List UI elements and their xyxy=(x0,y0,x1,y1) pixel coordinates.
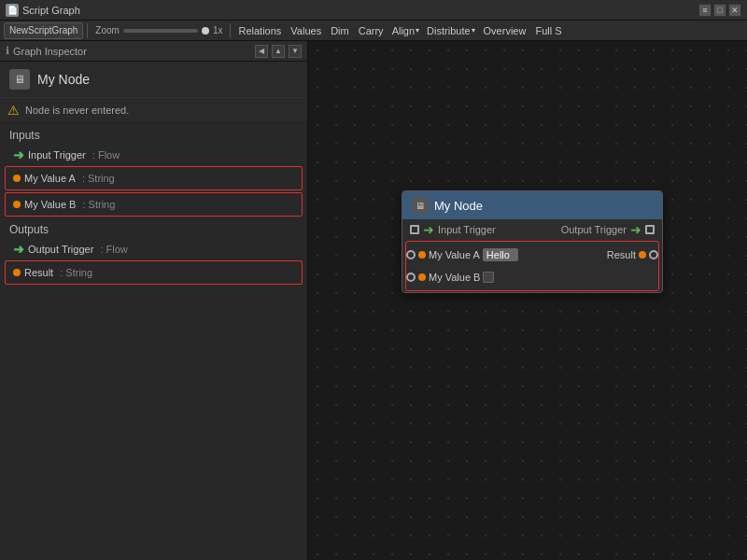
canvas-value-a-right: Result xyxy=(607,249,658,260)
canvas-value-b-checkbox[interactable] xyxy=(483,272,494,283)
output-trigger-type: : Flow xyxy=(97,244,127,255)
inputs-section-title: Inputs xyxy=(0,123,307,145)
value-b-label: My Value B xyxy=(24,199,76,210)
menu-btn[interactable]: ≡ xyxy=(698,4,712,17)
result-port-row: Result : String xyxy=(9,262,298,283)
panel-scroll-up-btn[interactable]: ▲ xyxy=(272,45,285,58)
full-screen-btn[interactable]: Full S xyxy=(531,25,565,36)
value-a-dot xyxy=(13,175,21,182)
left-panel: ℹ Graph Inspector ◀ ▲ ▼ 🖥 My Node ⚠ Node… xyxy=(0,41,308,560)
values-btn[interactable]: Values xyxy=(287,25,325,36)
canvas-value-a-row: My Value A Result xyxy=(406,244,658,266)
title-bar-controls: ≡ □ ✕ xyxy=(698,4,741,17)
canvas-value-b-label: My Value B xyxy=(429,272,480,283)
input-trigger-label: Input Trigger xyxy=(28,149,86,161)
main-area: ℹ Graph Inspector ◀ ▲ ▼ 🖥 My Node ⚠ Node… xyxy=(0,41,747,560)
canvas-value-a-input[interactable] xyxy=(483,248,518,261)
result-dot xyxy=(13,269,21,276)
align-dropdown[interactable]: Align ▾ xyxy=(389,25,422,36)
output-trigger-canvas-label: Output Trigger xyxy=(561,224,627,235)
value-b-type: : String xyxy=(79,199,115,210)
canvas-node-name: My Node xyxy=(434,199,483,213)
close-btn[interactable]: ✕ xyxy=(728,4,741,17)
output-trigger-arrow: ➜ xyxy=(13,242,24,257)
input-trigger-type: : Flow xyxy=(90,149,120,161)
maximize-btn[interactable]: □ xyxy=(713,4,726,17)
input-trigger-connector[interactable] xyxy=(410,225,419,234)
output-trigger-label: Output Trigger xyxy=(28,244,93,255)
my-value-b-row: My Value B : String xyxy=(6,193,302,216)
overview-btn[interactable]: Overview xyxy=(480,25,530,36)
canvas-value-b-dot xyxy=(418,273,426,281)
canvas-result-right-connector[interactable] xyxy=(649,250,658,259)
canvas-ports-highlighted: My Value A Result My Value B xyxy=(406,242,658,290)
distribute-chevron: ▾ xyxy=(472,26,475,35)
outputs-section-title: Outputs xyxy=(0,217,307,239)
canvas-node: 🖥 My Node ➜ Input Trigger Output Trigger… xyxy=(402,190,663,293)
input-trigger-row: ➜ Input Trigger : Flow xyxy=(0,145,307,165)
relations-btn[interactable]: Relations xyxy=(234,25,285,36)
output-trigger-flow-arrow: ➜ xyxy=(630,222,641,237)
canvas-value-a-label: My Value A xyxy=(429,249,480,260)
result-row: Result : String xyxy=(6,261,302,284)
output-trigger-row: ➜ Output Trigger : Flow xyxy=(0,239,307,259)
output-trigger-right: Output Trigger ➜ xyxy=(561,222,655,237)
canvas-panel: 🖥 My Node ➜ Input Trigger Output Trigger… xyxy=(308,41,747,560)
input-trigger-arrow: ➜ xyxy=(13,147,24,162)
value-a-type: : String xyxy=(79,173,115,184)
warning-text: Node is never entered. xyxy=(25,105,129,116)
info-icon: ℹ xyxy=(6,45,9,57)
zoom-dot xyxy=(202,27,209,35)
trigger-row: ➜ Input Trigger Output Trigger ➜ xyxy=(402,219,662,240)
input-trigger-canvas-label: Input Trigger xyxy=(438,224,496,235)
canvas-value-b-left: My Value B xyxy=(406,272,494,283)
panel-scroll-down-btn[interactable]: ▼ xyxy=(289,45,302,58)
canvas-value-a-dot xyxy=(418,251,426,259)
warning-icon: ⚠ xyxy=(7,103,20,118)
canvas-result-label: Result xyxy=(607,249,636,260)
toolbar-divider-1 xyxy=(87,23,88,38)
canvas-node-icon: 🖥 xyxy=(412,197,429,214)
toolbar-divider-2 xyxy=(230,23,231,38)
my-value-a-port-row: My Value A : String xyxy=(9,168,298,189)
input-trigger-flow-arrow: ➜ xyxy=(423,222,434,237)
canvas-result-dot xyxy=(639,251,646,259)
zoom-slider[interactable] xyxy=(123,29,198,33)
node-type-icon: 🖥 xyxy=(9,69,30,90)
output-trigger-connector[interactable] xyxy=(645,225,655,234)
zoom-bar: Zoom 1x xyxy=(92,25,226,35)
my-value-b-port-row: My Value B : String xyxy=(9,194,298,215)
title-bar-text: Script Graph xyxy=(22,5,695,16)
title-bar: 📄 Script Graph ≡ □ ✕ xyxy=(0,0,747,21)
canvas-node-header: 🖥 My Node xyxy=(402,191,662,219)
input-trigger-left: ➜ Input Trigger xyxy=(410,222,496,237)
distribute-dropdown[interactable]: Distribute ▾ xyxy=(424,25,477,36)
carry-btn[interactable]: Carry xyxy=(355,25,388,36)
canvas-value-a-left: My Value A xyxy=(406,248,518,261)
toolbar: NewScriptGraph Zoom 1x Relations Values … xyxy=(0,21,747,41)
script-graph-icon: 📄 xyxy=(6,4,19,17)
result-type: : String xyxy=(57,267,92,278)
my-value-a-row: My Value A : String xyxy=(6,167,302,189)
new-script-graph-btn[interactable]: NewScriptGraph xyxy=(4,22,83,39)
result-label: Result xyxy=(24,267,53,278)
warning-banner: ⚠ Node is never entered. xyxy=(0,98,307,123)
canvas-value-b-row: My Value B xyxy=(406,266,658,288)
dim-btn[interactable]: Dim xyxy=(327,25,353,36)
panel-title: Graph Inspector xyxy=(13,46,87,57)
canvas-value-b-left-connector[interactable] xyxy=(406,273,416,282)
panel-header: ℹ Graph Inspector ◀ ▲ ▼ xyxy=(0,41,307,62)
canvas-value-a-left-connector[interactable] xyxy=(406,250,416,259)
value-b-dot xyxy=(13,201,21,208)
canvas-background xyxy=(308,41,747,560)
node-name: My Node xyxy=(37,72,90,87)
node-title-row: 🖥 My Node xyxy=(0,62,307,98)
panel-collapse-btn[interactable]: ◀ xyxy=(255,45,268,58)
align-chevron: ▾ xyxy=(416,26,419,35)
value-a-label: My Value A xyxy=(24,173,76,184)
